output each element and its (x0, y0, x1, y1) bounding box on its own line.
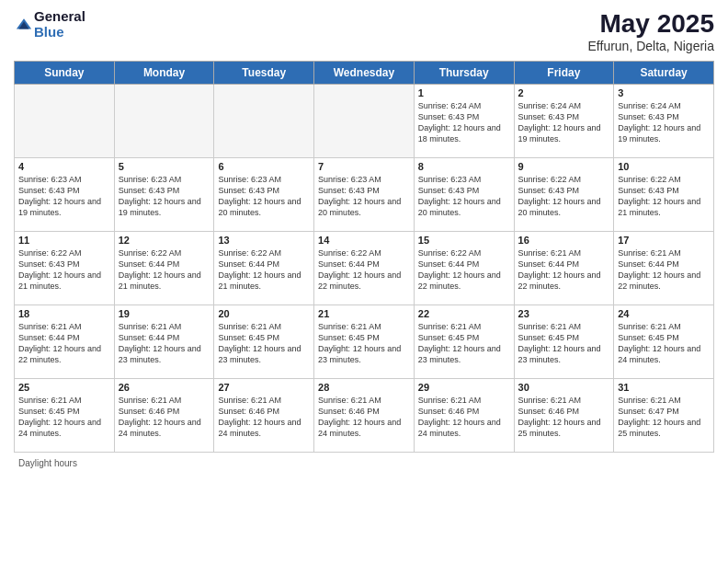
logo-general: General (34, 9, 85, 25)
table-row (15, 85, 115, 158)
table-row: 18Sunrise: 6:21 AM Sunset: 6:44 PM Dayli… (15, 305, 115, 379)
table-row: 19Sunrise: 6:21 AM Sunset: 6:44 PM Dayli… (114, 305, 214, 379)
table-row: 9Sunrise: 6:22 AM Sunset: 6:43 PM Daylig… (514, 158, 614, 232)
calendar-day-header: Sunday (15, 62, 115, 85)
table-row: 29Sunrise: 6:21 AM Sunset: 6:46 PM Dayli… (414, 379, 514, 453)
table-row (314, 85, 415, 158)
table-row: 15Sunrise: 6:22 AM Sunset: 6:44 PM Dayli… (414, 232, 514, 305)
day-info: Sunrise: 6:21 AM Sunset: 6:45 PM Dayligh… (418, 321, 510, 366)
table-row: 3Sunrise: 6:24 AM Sunset: 6:43 PM Daylig… (614, 85, 714, 158)
calendar-week-row: 4Sunrise: 6:23 AM Sunset: 6:43 PM Daylig… (15, 158, 714, 232)
day-number: 11 (18, 235, 110, 246)
table-row: 14Sunrise: 6:22 AM Sunset: 6:44 PM Dayli… (314, 232, 415, 305)
table-row: 28Sunrise: 6:21 AM Sunset: 6:46 PM Dayli… (314, 379, 415, 453)
table-row (114, 85, 214, 158)
day-info: Sunrise: 6:23 AM Sunset: 6:43 PM Dayligh… (318, 174, 410, 219)
month-title: May 2025 (588, 9, 714, 39)
table-row: 1Sunrise: 6:24 AM Sunset: 6:43 PM Daylig… (414, 85, 514, 158)
table-row: 5Sunrise: 6:23 AM Sunset: 6:43 PM Daylig… (114, 158, 214, 232)
daylight-label: Daylight hours (18, 458, 77, 468)
calendar-table: SundayMondayTuesdayWednesdayThursdayFrid… (14, 61, 714, 453)
day-info: Sunrise: 6:21 AM Sunset: 6:45 PM Dayligh… (18, 395, 110, 440)
day-number: 10 (618, 161, 710, 172)
table-row: 23Sunrise: 6:21 AM Sunset: 6:45 PM Dayli… (514, 305, 614, 379)
day-number: 13 (218, 235, 310, 246)
table-row: 21Sunrise: 6:21 AM Sunset: 6:45 PM Dayli… (314, 305, 415, 379)
day-number: 21 (318, 308, 410, 319)
calendar-header-row: SundayMondayTuesdayWednesdayThursdayFrid… (15, 62, 714, 85)
header: General Blue May 2025 Effurun, Delta, Ni… (14, 9, 714, 53)
calendar-week-row: 18Sunrise: 6:21 AM Sunset: 6:44 PM Dayli… (15, 305, 714, 379)
day-info: Sunrise: 6:23 AM Sunset: 6:43 PM Dayligh… (18, 174, 110, 219)
day-number: 18 (18, 308, 110, 319)
table-row: 6Sunrise: 6:23 AM Sunset: 6:43 PM Daylig… (214, 158, 314, 232)
day-number: 25 (18, 382, 110, 393)
footer: Daylight hours (14, 458, 714, 468)
day-number: 1 (418, 87, 510, 98)
day-number: 14 (318, 235, 410, 246)
day-info: Sunrise: 6:21 AM Sunset: 6:44 PM Dayligh… (119, 321, 210, 366)
day-number: 8 (418, 161, 510, 172)
day-info: Sunrise: 6:22 AM Sunset: 6:43 PM Dayligh… (518, 174, 610, 219)
day-info: Sunrise: 6:21 AM Sunset: 6:46 PM Dayligh… (318, 395, 410, 440)
day-number: 19 (119, 308, 210, 319)
day-number: 9 (518, 161, 610, 172)
table-row: 20Sunrise: 6:21 AM Sunset: 6:45 PM Dayli… (214, 305, 314, 379)
day-info: Sunrise: 6:21 AM Sunset: 6:44 PM Dayligh… (618, 247, 710, 293)
calendar-day-header: Saturday (614, 62, 714, 85)
day-number: 22 (418, 308, 510, 319)
day-info: Sunrise: 6:21 AM Sunset: 6:44 PM Dayligh… (18, 321, 110, 366)
day-number: 2 (518, 87, 610, 98)
day-info: Sunrise: 6:22 AM Sunset: 6:43 PM Dayligh… (18, 247, 110, 293)
day-info: Sunrise: 6:21 AM Sunset: 6:47 PM Dayligh… (618, 395, 710, 440)
day-number: 12 (119, 235, 210, 246)
table-row: 13Sunrise: 6:22 AM Sunset: 6:44 PM Dayli… (214, 232, 314, 305)
location: Effurun, Delta, Nigeria (588, 39, 714, 53)
page: General Blue May 2025 Effurun, Delta, Ni… (0, 0, 728, 563)
day-info: Sunrise: 6:23 AM Sunset: 6:43 PM Dayligh… (119, 174, 210, 219)
calendar-day-header: Wednesday (314, 62, 415, 85)
table-row: 4Sunrise: 6:23 AM Sunset: 6:43 PM Daylig… (15, 158, 115, 232)
day-number: 30 (518, 382, 610, 393)
day-number: 29 (418, 382, 510, 393)
day-number: 3 (618, 87, 710, 98)
day-info: Sunrise: 6:23 AM Sunset: 6:43 PM Dayligh… (418, 174, 510, 219)
day-info: Sunrise: 6:22 AM Sunset: 6:44 PM Dayligh… (318, 247, 410, 293)
day-info: Sunrise: 6:24 AM Sunset: 6:43 PM Dayligh… (618, 100, 710, 145)
calendar-day-header: Friday (514, 62, 614, 85)
calendar-week-row: 11Sunrise: 6:22 AM Sunset: 6:43 PM Dayli… (15, 232, 714, 305)
table-row: 8Sunrise: 6:23 AM Sunset: 6:43 PM Daylig… (414, 158, 514, 232)
table-row: 12Sunrise: 6:22 AM Sunset: 6:44 PM Dayli… (114, 232, 214, 305)
table-row: 11Sunrise: 6:22 AM Sunset: 6:43 PM Dayli… (15, 232, 115, 305)
day-info: Sunrise: 6:22 AM Sunset: 6:44 PM Dayligh… (218, 247, 310, 293)
calendar-day-header: Tuesday (214, 62, 314, 85)
day-number: 28 (318, 382, 410, 393)
table-row: 26Sunrise: 6:21 AM Sunset: 6:46 PM Dayli… (114, 379, 214, 453)
table-row: 30Sunrise: 6:21 AM Sunset: 6:46 PM Dayli… (514, 379, 614, 453)
day-number: 15 (418, 235, 510, 246)
table-row: 27Sunrise: 6:21 AM Sunset: 6:46 PM Dayli… (214, 379, 314, 453)
calendar-week-row: 1Sunrise: 6:24 AM Sunset: 6:43 PM Daylig… (15, 85, 714, 158)
day-info: Sunrise: 6:21 AM Sunset: 6:44 PM Dayligh… (518, 247, 610, 293)
day-info: Sunrise: 6:21 AM Sunset: 6:45 PM Dayligh… (618, 321, 710, 366)
day-number: 23 (518, 308, 610, 319)
logo-blue: Blue (34, 25, 85, 40)
day-info: Sunrise: 6:24 AM Sunset: 6:43 PM Dayligh… (518, 100, 610, 145)
day-info: Sunrise: 6:21 AM Sunset: 6:45 PM Dayligh… (318, 321, 410, 366)
day-number: 7 (318, 161, 410, 172)
table-row (214, 85, 314, 158)
day-number: 20 (218, 308, 310, 319)
day-info: Sunrise: 6:21 AM Sunset: 6:46 PM Dayligh… (218, 395, 310, 440)
day-info: Sunrise: 6:22 AM Sunset: 6:44 PM Dayligh… (119, 247, 210, 293)
logo-icon (16, 17, 32, 33)
day-number: 27 (218, 382, 310, 393)
table-row: 7Sunrise: 6:23 AM Sunset: 6:43 PM Daylig… (314, 158, 415, 232)
table-row: 17Sunrise: 6:21 AM Sunset: 6:44 PM Dayli… (614, 232, 714, 305)
table-row: 16Sunrise: 6:21 AM Sunset: 6:44 PM Dayli… (514, 232, 614, 305)
day-number: 24 (618, 308, 710, 319)
calendar-day-header: Thursday (414, 62, 514, 85)
day-number: 31 (618, 382, 710, 393)
day-number: 17 (618, 235, 710, 246)
day-info: Sunrise: 6:21 AM Sunset: 6:45 PM Dayligh… (218, 321, 310, 366)
day-info: Sunrise: 6:21 AM Sunset: 6:46 PM Dayligh… (418, 395, 510, 440)
